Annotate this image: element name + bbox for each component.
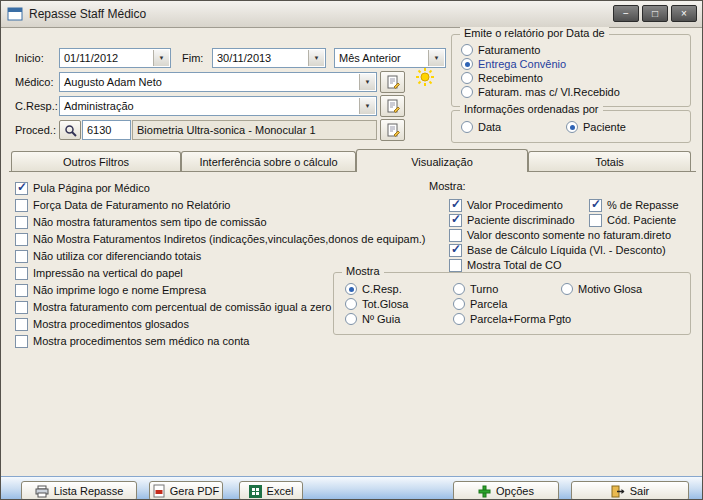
sun-button[interactable]: [411, 63, 439, 91]
checkbox-valor-desconto-direto[interactable]: Valor desconto somente no faturam.direto: [449, 228, 671, 242]
checkbox-base-calculo-liquida[interactable]: Base de Cálculo Líquida (Vl. - Desconto): [449, 243, 666, 257]
radio-circle[interactable]: [345, 283, 357, 295]
checkbox-box[interactable]: [15, 267, 28, 280]
checkbox-pula-pagina[interactable]: Pula Página por Médico: [15, 181, 150, 195]
checkbox-box[interactable]: [15, 216, 28, 229]
printer-icon: [35, 485, 49, 498]
checkbox-label: Força Data de Faturamento no Relatório: [33, 199, 231, 211]
radio-faturam-vl-recebido[interactable]: Faturam. mas c/ Vl.Recebido: [461, 85, 620, 99]
radio-entrega-convenio[interactable]: Entrega Convênio: [461, 57, 566, 71]
plus-icon: [478, 485, 491, 498]
titlebar[interactable]: Repasse Staff Médico − □ ×: [1, 1, 702, 28]
sair-button[interactable]: Sair: [571, 481, 689, 500]
checkbox-box[interactable]: [449, 259, 462, 272]
tab-totais[interactable]: Totais: [528, 151, 691, 172]
excel-button[interactable]: Excel: [239, 481, 303, 500]
inicio-dropdown-icon[interactable]: [153, 50, 169, 66]
opcoes-button[interactable]: Opções: [453, 481, 559, 500]
radio-parcela[interactable]: Parcela: [453, 297, 507, 311]
proced-label: Proced.:: [15, 120, 56, 140]
checkbox-label: Paciente discriminado: [467, 214, 575, 226]
checkbox-mostra-total-co[interactable]: Mostra Total de CO: [449, 258, 562, 272]
checkbox-paciente-discriminado[interactable]: Paciente discriminado: [449, 213, 575, 227]
checkbox-box[interactable]: [449, 244, 462, 257]
checkbox-nao-mostra-sem-comissao[interactable]: Não mostra faturamentos sem tipo de comi…: [15, 215, 267, 229]
checkbox-box[interactable]: [15, 284, 28, 297]
fim-dropdown-icon[interactable]: [308, 50, 324, 66]
radio-circle[interactable]: [461, 121, 473, 133]
radio-circle[interactable]: [461, 58, 473, 70]
radio-circle[interactable]: [345, 298, 357, 310]
inicio-date-input[interactable]: 01/11/2012: [59, 48, 171, 68]
radio-faturamento[interactable]: Faturamento: [461, 43, 540, 57]
checkbox-box[interactable]: [15, 182, 28, 195]
checkbox-label: Valor Procedimento: [467, 199, 563, 211]
radio-parcela-forma-pgto[interactable]: Parcela+Forma Pgto: [453, 312, 571, 326]
exit-icon: [611, 485, 625, 498]
radio-ordem-data[interactable]: Data: [461, 120, 501, 134]
checkbox-forca-data-faturamento[interactable]: Força Data de Faturamento no Relatório: [15, 198, 231, 212]
checkbox-box[interactable]: [15, 318, 28, 331]
radio-circle[interactable]: [461, 86, 473, 98]
checkbox-box[interactable]: [15, 199, 28, 212]
lista-repasse-button[interactable]: Lista Repasse: [21, 481, 137, 500]
proced-report-button[interactable]: [380, 119, 405, 141]
checkbox-box[interactable]: [449, 229, 462, 242]
medico-report-button[interactable]: [380, 71, 405, 93]
radio-circle[interactable]: [345, 313, 357, 325]
checkbox-impressao-vertical[interactable]: Impressão na vertical do papel: [15, 266, 183, 280]
minimize-icon[interactable]: −: [613, 5, 639, 22]
checkbox-nao-utiliza-cor[interactable]: Não utiliza cor diferenciando totais: [15, 249, 201, 263]
checkbox-box[interactable]: [589, 214, 602, 227]
checkbox-box[interactable]: [589, 199, 602, 212]
radio-circle[interactable]: [453, 283, 465, 295]
tab-interferencia-calculo[interactable]: Interferência sobre o cálculo: [181, 151, 356, 172]
cresp-label: C.Resp.:: [15, 96, 58, 116]
medico-dropdown-icon[interactable]: [359, 74, 375, 90]
checkbox-box[interactable]: [15, 301, 28, 314]
radio-circle[interactable]: [461, 44, 473, 56]
checkbox-box[interactable]: [449, 214, 462, 227]
close-icon[interactable]: ×: [671, 5, 697, 22]
checkbox-box[interactable]: [449, 199, 462, 212]
dialog-repasse-staff-medico: Repasse Staff Médico − □ × Inicio: 01/11…: [0, 0, 703, 500]
checkbox-cod-paciente[interactable]: Cód. Paciente: [589, 213, 676, 227]
opcoes-label: Opções: [496, 485, 534, 497]
radio-circle[interactable]: [566, 121, 578, 133]
checkbox-comissao-zero[interactable]: Mostra faturamento com percentual de com…: [15, 300, 331, 314]
radio-circle[interactable]: [561, 283, 573, 295]
radio-recebimento[interactable]: Recebimento: [461, 71, 543, 85]
checkbox-nao-mostra-indiretos[interactable]: Não Mostra Faturamentos Indiretos (indic…: [15, 232, 426, 246]
cresp-dropdown-icon[interactable]: [359, 98, 375, 114]
radio-turno[interactable]: Turno: [453, 282, 498, 296]
checkbox-sem-medico-na-conta[interactable]: Mostra procedimentos sem médico na conta: [15, 334, 249, 348]
cresp-select[interactable]: Administração: [59, 96, 377, 116]
checkbox-box[interactable]: [15, 335, 28, 348]
proced-search-button[interactable]: [59, 120, 81, 140]
checkbox-nao-imprime-logo[interactable]: Não imprime logo e nome Empresa: [15, 283, 206, 297]
radio-ordem-paciente[interactable]: Paciente: [566, 120, 626, 134]
tab-visualizacao[interactable]: Visualização: [356, 149, 528, 172]
checkbox-pct-repasse[interactable]: % de Repasse: [589, 198, 679, 212]
radio-tot-glosa[interactable]: Tot.Glosa: [345, 297, 408, 311]
checkbox-box[interactable]: [15, 233, 28, 246]
radio-circle[interactable]: [453, 298, 465, 310]
proced-code-input[interactable]: 6130: [82, 120, 131, 140]
maximize-icon[interactable]: □: [642, 5, 668, 22]
radio-cresp[interactable]: C.Resp.: [345, 282, 402, 296]
inicio-date-value: 01/11/2012: [64, 52, 118, 64]
gera-pdf-button[interactable]: Gera PDF: [149, 481, 223, 500]
radio-label: Parcela: [470, 298, 507, 310]
checkbox-procedimentos-glosados[interactable]: Mostra procedimentos glosados: [15, 317, 189, 331]
cresp-report-button[interactable]: [380, 95, 405, 117]
checkbox-box[interactable]: [15, 250, 28, 263]
fim-date-input[interactable]: 30/11/2013: [212, 48, 326, 68]
radio-no-guia[interactable]: Nº Guia: [345, 312, 400, 326]
radio-circle[interactable]: [453, 313, 465, 325]
medico-select[interactable]: Augusto Adam Neto: [59, 72, 377, 92]
checkbox-valor-procedimento[interactable]: Valor Procedimento: [449, 198, 563, 212]
radio-motivo-glosa[interactable]: Motivo Glosa: [561, 282, 642, 296]
checkbox-label: Não utiliza cor diferenciando totais: [33, 250, 201, 262]
radio-circle[interactable]: [461, 72, 473, 84]
tab-outros-filtros[interactable]: Outros Filtros: [11, 151, 181, 172]
